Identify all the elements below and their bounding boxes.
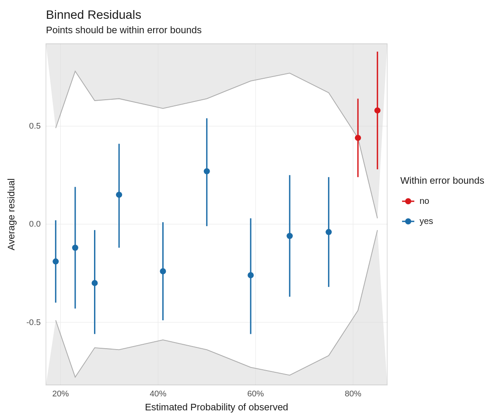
data-point: [326, 229, 332, 235]
data-point: [374, 107, 381, 113]
data-point: [287, 233, 293, 239]
y-tick-label: -0.5: [26, 318, 41, 327]
x-tick-label: 60%: [247, 389, 264, 398]
data-point: [160, 268, 166, 274]
x-tick-label: 80%: [345, 389, 361, 398]
data-point: [204, 168, 210, 174]
data-point: [91, 280, 98, 286]
legend-title: Within error bounds: [400, 175, 484, 186]
chart-page: Binned Residuals Points should be within…: [0, 0, 504, 420]
x-axis-title: Estimated Probability of observed: [145, 402, 288, 413]
data-point: [72, 245, 78, 251]
y-tick-label: 0.0: [29, 219, 41, 228]
data-point: [116, 192, 122, 198]
x-tick-label: 20%: [52, 389, 69, 398]
y-tick-label: 0.5: [29, 121, 41, 130]
legend-label: yes: [420, 216, 433, 226]
y-axis-title: Average residual: [6, 178, 17, 251]
legend: Within error boundsnoyes: [400, 175, 484, 226]
data-point: [52, 259, 59, 265]
legend-key-dot: [405, 198, 411, 204]
x-tick-label: 40%: [150, 389, 166, 398]
data-point: [248, 272, 254, 278]
chart-svg: 20%40%60%80%-0.50.00.5Estimated Probabil…: [0, 0, 504, 420]
data-point: [355, 135, 361, 141]
legend-label: no: [420, 196, 429, 206]
legend-key-dot: [405, 218, 411, 224]
